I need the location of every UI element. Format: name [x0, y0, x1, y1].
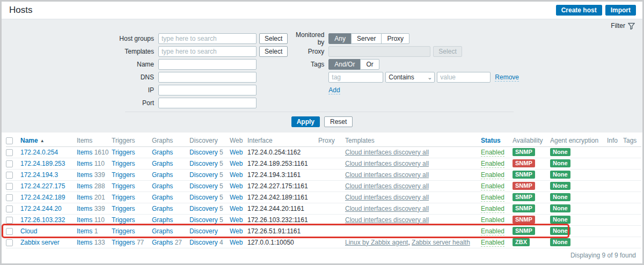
row-checkbox[interactable]	[6, 239, 13, 246]
tag-name-input[interactable]	[328, 72, 383, 83]
items-link[interactable]: Items	[77, 171, 92, 179]
status-link[interactable]: Enabled	[481, 216, 504, 224]
triggers-link[interactable]: Triggers	[112, 227, 135, 235]
graphs-link[interactable]: Graphs	[152, 149, 173, 156]
monitored-by-option-proxy[interactable]: Proxy	[381, 33, 409, 44]
web-link[interactable]: Web	[230, 216, 243, 224]
items-link[interactable]: Items	[77, 205, 92, 212]
template-link[interactable]: Zabbix server health	[412, 239, 470, 246]
row-checkbox[interactable]	[6, 160, 13, 167]
template-link[interactable]: Linux by Zabbix agent	[345, 239, 408, 246]
triggers-link[interactable]: Triggers	[112, 239, 135, 246]
triggers-link[interactable]: Triggers	[112, 160, 135, 167]
host-name-link[interactable]: 172.26.103.232	[20, 216, 65, 224]
discovery-link[interactable]: Discovery	[189, 205, 218, 212]
triggers-link[interactable]: Triggers	[112, 182, 135, 190]
template-link[interactable]: Cloud interfaces discovery all	[345, 182, 429, 190]
host-name-link[interactable]: Cloud	[20, 227, 37, 235]
tags-operator-option-and-or[interactable]: And/Or	[328, 59, 361, 70]
select-all-checkbox[interactable]	[6, 137, 13, 144]
reset-button[interactable]: Reset	[324, 116, 353, 127]
graphs-link[interactable]: Graphs	[152, 216, 173, 224]
proxy-input[interactable]	[328, 46, 430, 57]
template-link[interactable]: Cloud interfaces discovery all	[345, 216, 429, 224]
row-checkbox[interactable]	[6, 149, 13, 156]
graphs-link[interactable]: Graphs	[152, 160, 173, 167]
column-header-name[interactable]: Name▲	[20, 135, 77, 146]
discovery-link[interactable]: Discovery	[189, 160, 218, 167]
host-name-link[interactable]: 172.24.244.20	[20, 205, 62, 212]
row-checkbox[interactable]	[6, 217, 13, 224]
items-link[interactable]: Items	[77, 194, 92, 201]
host-name-link[interactable]: 172.24.0.254	[20, 149, 58, 156]
status-link[interactable]: Enabled	[481, 227, 504, 235]
items-link[interactable]: Items	[77, 239, 92, 246]
host-name-link[interactable]: 172.24.242.189	[20, 194, 65, 201]
host-name-link[interactable]: 172.24.194.3	[20, 171, 58, 179]
templates-input[interactable]	[158, 46, 257, 57]
triggers-link[interactable]: Triggers	[112, 194, 135, 201]
import-button[interactable]: Import	[605, 5, 636, 16]
triggers-link[interactable]: Triggers	[112, 171, 135, 179]
template-link[interactable]: Cloud interfaces discovery all	[345, 160, 429, 167]
discovery-link[interactable]: Discovery	[189, 182, 218, 190]
port-input[interactable]	[158, 98, 257, 108]
template-link[interactable]: Cloud interfaces discovery all	[345, 149, 429, 156]
discovery-link[interactable]: Discovery	[189, 216, 218, 224]
status-link[interactable]: Enabled	[481, 171, 504, 179]
dns-input[interactable]	[158, 72, 257, 83]
graphs-link[interactable]: Graphs	[152, 205, 173, 212]
graphs-link[interactable]: Graphs	[152, 194, 173, 201]
host-groups-input[interactable]	[158, 33, 257, 44]
status-link[interactable]: Enabled	[481, 160, 504, 168]
row-checkbox[interactable]	[6, 194, 13, 201]
items-link[interactable]: Items	[77, 216, 92, 224]
web-link[interactable]: Web	[230, 205, 243, 212]
template-link[interactable]: Cloud interfaces discovery all	[345, 205, 429, 212]
name-input[interactable]	[158, 59, 257, 70]
items-link[interactable]: Items	[77, 160, 92, 167]
row-checkbox[interactable]	[6, 172, 13, 179]
host-name-link[interactable]: 172.24.227.175	[20, 182, 65, 190]
status-link[interactable]: Enabled	[481, 149, 504, 157]
monitored-by-option-any[interactable]: Any	[328, 33, 352, 44]
items-link[interactable]: Items	[77, 182, 92, 190]
triggers-link[interactable]: Triggers	[112, 216, 135, 224]
tag-remove-link[interactable]: Remove	[495, 73, 519, 82]
column-header-status[interactable]: Status	[481, 135, 513, 146]
graphs-link[interactable]: Graphs	[152, 171, 173, 179]
template-link[interactable]: Cloud interfaces discovery all	[345, 171, 429, 179]
row-checkbox[interactable]	[6, 228, 13, 235]
web-link[interactable]: Web	[230, 160, 243, 167]
tag-add-link[interactable]: Add	[328, 86, 340, 94]
row-checkbox[interactable]	[6, 205, 13, 212]
monitored-by-option-server[interactable]: Server	[351, 33, 382, 44]
web-link[interactable]: Web	[230, 182, 243, 190]
discovery-link[interactable]: Discovery	[189, 227, 218, 235]
web-link[interactable]: Web	[230, 171, 243, 179]
proxy-select-button[interactable]: Select	[433, 46, 462, 57]
graphs-link[interactable]: Graphs	[152, 182, 173, 190]
discovery-link[interactable]: Discovery	[189, 149, 218, 156]
tag-value-input[interactable]	[437, 72, 491, 83]
status-link[interactable]: Enabled	[481, 205, 504, 213]
tags-operator-option-or[interactable]: Or	[360, 59, 379, 70]
triggers-link[interactable]: Triggers	[112, 205, 135, 212]
host-name-link[interactable]: 172.24.189.253	[20, 160, 65, 167]
discovery-link[interactable]: Discovery	[189, 194, 218, 201]
web-link[interactable]: Web	[230, 149, 243, 156]
items-link[interactable]: Items	[77, 149, 92, 156]
graphs-link[interactable]: Graphs	[152, 239, 173, 246]
graphs-link[interactable]: Graphs	[152, 227, 173, 235]
discovery-link[interactable]: Discovery	[189, 171, 218, 179]
apply-button[interactable]: Apply	[291, 116, 320, 127]
tag-operator-select[interactable]: Contains ⌄	[385, 72, 435, 83]
template-link[interactable]: Cloud interfaces discovery all	[345, 194, 429, 201]
web-link[interactable]: Web	[230, 239, 243, 246]
row-checkbox[interactable]	[6, 183, 13, 190]
triggers-link[interactable]: Triggers	[112, 149, 135, 156]
status-link[interactable]: Enabled	[481, 239, 504, 247]
templates-select-button[interactable]: Select	[259, 46, 288, 57]
web-link[interactable]: Web	[230, 194, 243, 201]
host-name-link[interactable]: Zabbix server	[20, 239, 60, 246]
